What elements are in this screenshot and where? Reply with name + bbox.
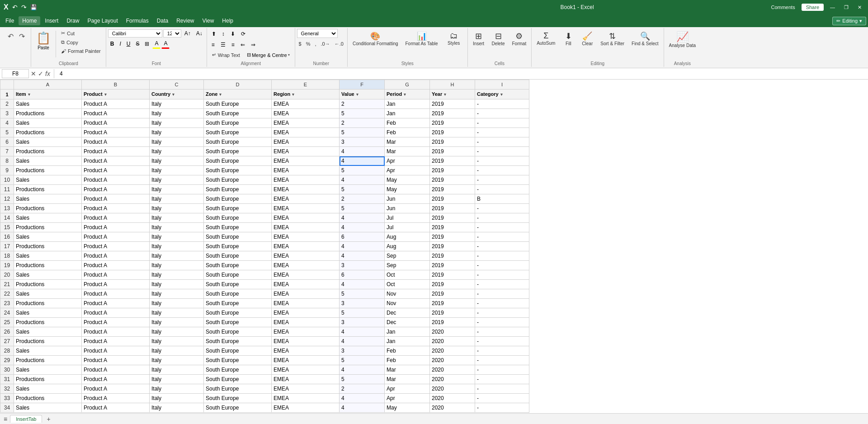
product-cell[interactable]: Product A — [82, 337, 150, 346]
country-cell[interactable]: Italy — [150, 270, 204, 280]
product-cell[interactable]: Product A — [82, 318, 150, 327]
orientation-button[interactable]: ⟳ — [238, 29, 248, 39]
category-cell[interactable]: - — [475, 185, 529, 194]
header-cell-item[interactable]: Item▾ — [14, 90, 82, 99]
product-cell[interactable]: Product A — [82, 185, 150, 194]
zone-cell[interactable]: South Europe — [204, 128, 272, 137]
year-cell[interactable]: 2019 — [430, 118, 475, 128]
country-cell[interactable]: Italy — [150, 289, 204, 299]
number-format-select[interactable]: General — [297, 29, 338, 38]
year-cell[interactable]: 2019 — [430, 280, 475, 289]
add-sheet-button[interactable]: + — [43, 415, 54, 424]
quick-access-save[interactable]: 💾 — [30, 4, 37, 10]
italic-button[interactable]: I — [117, 39, 123, 48]
zone-cell[interactable]: South Europe — [204, 280, 272, 289]
category-cell[interactable]: - — [475, 251, 529, 261]
category-cell[interactable]: - — [475, 223, 529, 232]
country-cell[interactable]: Italy — [150, 185, 204, 194]
year-cell[interactable]: 2019 — [430, 289, 475, 299]
region-cell[interactable]: EMEA — [272, 318, 340, 327]
bold-button[interactable]: B — [108, 39, 117, 48]
value-cell[interactable]: 4 — [340, 175, 385, 185]
product-cell[interactable]: Product A — [82, 156, 150, 166]
region-cell[interactable]: EMEA — [272, 365, 340, 375]
year-cell[interactable]: 2020 — [430, 394, 475, 403]
period-cell[interactable]: Jun — [385, 204, 430, 213]
delete-cells-button[interactable]: ⊟ Delete — [489, 29, 508, 48]
year-cell[interactable]: 2019 — [430, 308, 475, 318]
year-cell[interactable]: 2019 — [430, 194, 475, 204]
item-cell[interactable]: Sales — [14, 99, 82, 109]
product-cell[interactable]: Product A — [82, 280, 150, 289]
col-header-b[interactable]: B — [82, 80, 150, 90]
underline-button[interactable]: U — [124, 39, 133, 48]
region-cell[interactable]: EMEA — [272, 232, 340, 242]
value-cell[interactable]: 5 — [340, 375, 385, 384]
item-cell[interactable]: Sales — [14, 289, 82, 299]
value-cell[interactable]: 5 — [340, 204, 385, 213]
menu-help[interactable]: Help — [218, 16, 237, 25]
decimal-decrease-button[interactable]: ←.0 — [333, 40, 345, 48]
value-cell[interactable]: 3 — [340, 137, 385, 147]
col-header-a[interactable]: A — [14, 80, 82, 90]
year-cell[interactable]: 2020 — [430, 375, 475, 384]
region-cell[interactable]: EMEA — [272, 327, 340, 337]
item-cell[interactable]: Productions — [14, 318, 82, 327]
year-cell[interactable]: 2020 — [430, 365, 475, 375]
product-cell[interactable]: Product A — [82, 346, 150, 356]
year-cell[interactable]: 2019 — [430, 166, 475, 175]
value-cell[interactable]: 3 — [340, 299, 385, 308]
item-cell[interactable]: Sales — [14, 156, 82, 166]
item-cell[interactable]: Sales — [14, 346, 82, 356]
period-cell[interactable]: Apr — [385, 394, 430, 403]
zone-cell[interactable]: South Europe — [204, 403, 272, 413]
country-cell[interactable]: Italy — [150, 308, 204, 318]
year-cell[interactable]: 2020 — [430, 337, 475, 346]
region-cell[interactable]: EMEA — [272, 185, 340, 194]
item-cell[interactable]: Productions — [14, 109, 82, 118]
zone-cell[interactable]: South Europe — [204, 384, 272, 394]
period-cell[interactable]: Apr — [385, 166, 430, 175]
product-cell[interactable]: Product A — [82, 204, 150, 213]
country-cell[interactable]: Italy — [150, 118, 204, 128]
category-cell[interactable]: - — [475, 137, 529, 147]
value-cell[interactable]: 4 — [340, 156, 385, 166]
value-cell[interactable]: 4 — [340, 242, 385, 251]
category-cell[interactable]: - — [475, 356, 529, 365]
region-cell[interactable]: EMEA — [272, 375, 340, 384]
sort-filter-button[interactable]: ⇅ Sort & Filter — [597, 29, 627, 49]
item-cell[interactable]: Productions — [14, 223, 82, 232]
format-painter-button[interactable]: 🖌 Format Painter — [58, 47, 104, 55]
cut-button[interactable]: ✂ Cut — [58, 29, 104, 38]
region-cell[interactable]: EMEA — [272, 118, 340, 128]
country-cell[interactable]: Italy — [150, 156, 204, 166]
item-cell[interactable]: Sales — [14, 365, 82, 375]
country-cell[interactable]: Italy — [150, 261, 204, 270]
category-cell[interactable]: - — [475, 156, 529, 166]
region-cell[interactable]: EMEA — [272, 280, 340, 289]
country-cell[interactable]: Italy — [150, 346, 204, 356]
zone-cell[interactable]: South Europe — [204, 232, 272, 242]
filter-btn-category[interactable]: ▾ — [500, 92, 503, 97]
item-cell[interactable]: Sales — [14, 270, 82, 280]
sheet-menu-button[interactable]: ≡ — [2, 415, 9, 424]
filter-btn-zone[interactable]: ▾ — [219, 92, 222, 97]
period-cell[interactable]: Mar — [385, 147, 430, 156]
value-cell[interactable]: 3 — [340, 318, 385, 327]
zone-cell[interactable]: South Europe — [204, 175, 272, 185]
category-cell[interactable]: - — [475, 346, 529, 356]
year-cell[interactable]: 2020 — [430, 403, 475, 413]
period-cell[interactable]: Oct — [385, 270, 430, 280]
period-cell[interactable]: Jan — [385, 327, 430, 337]
col-header-c[interactable]: C — [150, 80, 204, 90]
period-cell[interactable]: Mar — [385, 375, 430, 384]
font-color-button[interactable]: A — [161, 39, 170, 49]
item-cell[interactable]: Sales — [14, 403, 82, 413]
year-cell[interactable]: 2019 — [430, 99, 475, 109]
zone-cell[interactable]: South Europe — [204, 109, 272, 118]
region-cell[interactable]: EMEA — [272, 337, 340, 346]
region-cell[interactable]: EMEA — [272, 147, 340, 156]
zone-cell[interactable]: South Europe — [204, 346, 272, 356]
filter-btn-country[interactable]: ▾ — [172, 92, 175, 97]
category-cell[interactable]: - — [475, 394, 529, 403]
